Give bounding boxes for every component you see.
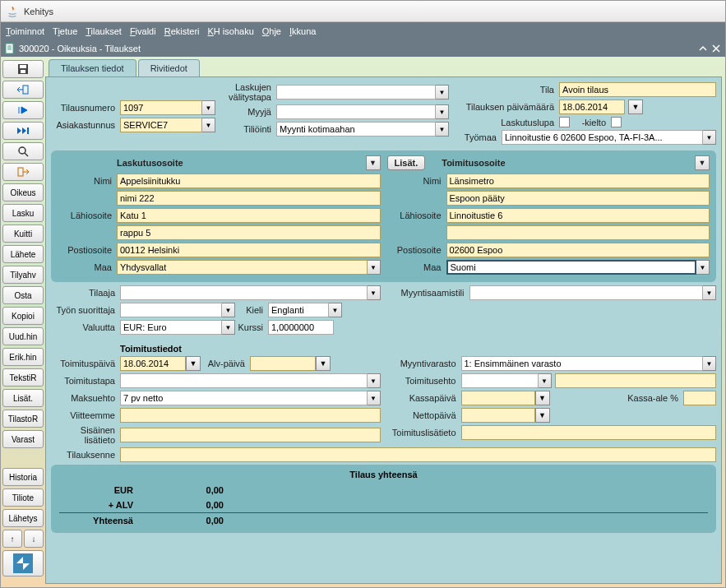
kurssi-input[interactable]: 1,0000000 (268, 320, 334, 335)
valuutta-dropdown[interactable]: ▼ (222, 320, 235, 335)
menu-ikkuna[interactable]: Ikkuna (289, 26, 316, 36)
tiliointi-dropdown[interactable]: ▼ (436, 122, 449, 137)
delivery-maa-dropdown[interactable]: ▼ (696, 260, 710, 275)
tiliote-button[interactable]: Tiliote (2, 488, 44, 507)
tyon-dropdown[interactable]: ▼ (222, 303, 235, 317)
toimitustapa-dropdown[interactable]: ▼ (368, 373, 381, 388)
menu-rekisteri[interactable]: Rekisteri (164, 26, 200, 36)
varast-button[interactable]: Varast (2, 430, 44, 448)
tiliointi-input[interactable]: Myynti kotimaahan (276, 122, 436, 137)
delivery-lahi1-input[interactable]: Linnoitustie 6 (446, 208, 710, 223)
kassa-ale-input[interactable] (683, 391, 716, 405)
kopioi-button[interactable]: Kopioi (2, 307, 44, 325)
nettopaiva-picker[interactable]: ▼ (535, 408, 550, 423)
kieli-input[interactable]: Englanti (268, 303, 329, 317)
menu-fivaldi[interactable]: Fivaldi (130, 26, 156, 36)
save-button[interactable] (2, 60, 44, 78)
lahete-button[interactable]: Lähete (2, 245, 44, 263)
myyja-input[interactable] (276, 104, 436, 119)
lasku-button[interactable]: Lasku (2, 204, 44, 222)
myyntivarasto-input[interactable]: 1: Ensimmäinen varasto (461, 356, 704, 371)
historia-button[interactable]: Historia (2, 468, 44, 486)
pvm-input[interactable]: 18.06.2014 (559, 100, 625, 114)
logo-button[interactable] (2, 550, 44, 576)
menu-ohje[interactable]: Ohje (262, 26, 281, 36)
tilaaja-dropdown[interactable]: ▼ (368, 285, 381, 300)
billing-lahi1-input[interactable]: Katu 1 (117, 208, 381, 223)
delivery-maa-input[interactable]: Suomi (446, 260, 697, 275)
tilausnumero-dropdown[interactable]: ▼ (202, 100, 215, 115)
menu-toiminnot[interactable]: Toiminnot (6, 26, 44, 36)
laskutuslupa-checkbox[interactable] (559, 117, 570, 127)
nettopaiva-input[interactable] (461, 408, 535, 423)
myyntisaamistili-dropdown[interactable]: ▼ (703, 285, 716, 300)
restore-icon[interactable] (697, 43, 709, 54)
tab-tilauksen-tiedot[interactable]: Tilauksen tiedot (49, 59, 136, 76)
alvpaiva-input[interactable] (250, 356, 316, 371)
pvm-picker-button[interactable]: ▼ (628, 100, 643, 114)
menu-tietue[interactable]: Tietue (53, 26, 77, 36)
menu-tilaukset[interactable]: Tilaukset (86, 26, 122, 36)
toimitusehto-dropdown[interactable]: ▼ (539, 373, 552, 388)
kieli-dropdown[interactable]: ▼ (329, 303, 342, 317)
maksuehto-input[interactable]: 7 pv netto (120, 391, 368, 405)
toimitusehto-input[interactable] (461, 373, 539, 388)
billing-maa-dropdown[interactable]: ▼ (368, 260, 381, 275)
tekstir-button[interactable]: TekstiR (2, 368, 44, 387)
viitteemme-input[interactable] (120, 408, 381, 423)
tyomaa-input[interactable]: Linnoitustie 6 02600 Espoo, TA-FI-3A... (502, 130, 703, 145)
delivery-nimi1-input[interactable]: Länsimetro (446, 174, 710, 188)
exit-left-button[interactable] (2, 81, 44, 99)
billing-lahi2-input[interactable]: rappu 5 (117, 225, 381, 240)
lisat-addr-button[interactable]: Lisät. (387, 155, 426, 170)
billing-posti-input[interactable]: 00112 Helsinki (117, 243, 381, 257)
laskujen-dropdown[interactable]: ▼ (436, 85, 449, 100)
uudhin-button[interactable]: Uud.hin (2, 327, 44, 345)
billing-dropdown-button[interactable]: ▼ (366, 155, 381, 170)
delivery-posti-input[interactable]: 02600 Espoo (446, 243, 710, 257)
valuutta-input[interactable]: EUR: Euro (120, 320, 222, 335)
toimitusehto-text-input[interactable] (555, 373, 717, 388)
billing-nimi1-input[interactable]: Appelsiinitukku (117, 174, 381, 188)
maksuehto-dropdown[interactable]: ▼ (368, 391, 381, 405)
fast-forward-button[interactable] (2, 122, 44, 140)
tilausnumero-input[interactable]: 1097 (120, 100, 202, 115)
search-button[interactable] (2, 142, 44, 160)
up-arrow-button[interactable]: ↑ (2, 530, 22, 548)
kielto-checkbox[interactable] (611, 117, 622, 127)
tyon-input[interactable] (120, 303, 222, 317)
toimitustapa-input[interactable] (120, 373, 368, 388)
tab-rivitiedot[interactable]: Rivitiedot (138, 59, 200, 76)
kassapaiva-input[interactable] (461, 391, 535, 405)
lahetys-button[interactable]: Lähetys (2, 509, 44, 527)
tilaaja-input[interactable] (120, 285, 368, 300)
toimituslisatieto-input[interactable] (461, 425, 717, 440)
toimituspaiva-picker[interactable]: ▼ (186, 356, 201, 371)
myyja-dropdown[interactable]: ▼ (436, 104, 449, 119)
oikeus-button[interactable]: Oikeus (2, 183, 44, 201)
play-button[interactable] (2, 101, 44, 119)
delivery-addr-dropdown-button[interactable]: ▼ (695, 155, 710, 170)
erikhin-button[interactable]: Erik.hin (2, 348, 44, 366)
toimituspaiva-input[interactable]: 18.06.2014 (120, 356, 186, 371)
billing-maa-input[interactable]: Yhdysvallat (117, 260, 368, 275)
asiakastunnus-input[interactable]: SERVICE7 (120, 118, 202, 132)
osta-button[interactable]: Osta (2, 286, 44, 304)
tilyahv-button[interactable]: Tilyahv (2, 266, 44, 284)
tyomaa-dropdown[interactable]: ▼ (703, 130, 716, 145)
myyntisaamistili-input[interactable] (469, 285, 704, 300)
down-arrow-button[interactable]: ↓ (24, 530, 44, 548)
asiakastunnus-dropdown[interactable]: ▼ (202, 118, 215, 132)
delivery-nimi2-input[interactable]: Espoon pääty (446, 191, 710, 206)
myyntivarasto-dropdown[interactable]: ▼ (703, 356, 716, 371)
kuitti-button[interactable]: Kuitti (2, 225, 44, 243)
kassapaiva-picker[interactable]: ▼ (535, 391, 550, 405)
menu-khisohaku[interactable]: KH isohaku (207, 26, 253, 36)
lisat-button[interactable]: Lisät. (2, 389, 44, 407)
close-icon[interactable] (710, 43, 722, 54)
exit-right-button[interactable] (2, 163, 44, 181)
laskujen-input[interactable] (276, 85, 436, 100)
sisainen-input[interactable] (120, 428, 381, 442)
delivery-lahi2-input[interactable] (446, 225, 710, 240)
tilauksenne-input[interactable] (120, 447, 716, 462)
